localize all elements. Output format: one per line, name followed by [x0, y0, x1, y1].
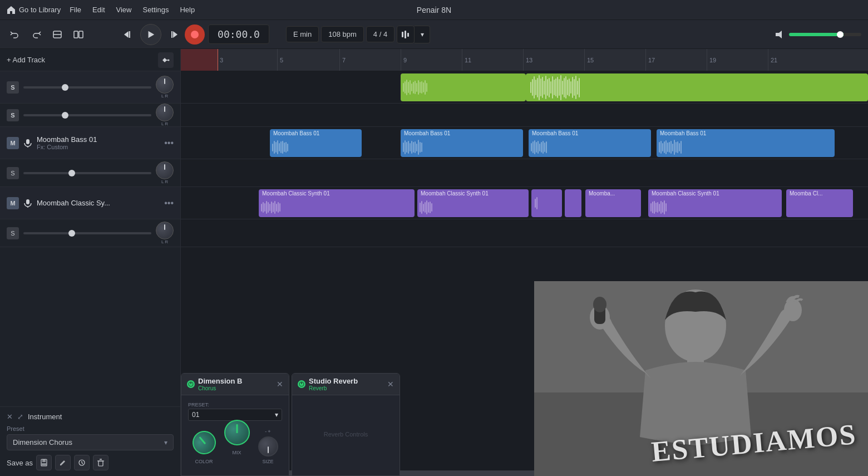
track-more-1[interactable]: ••• [164, 138, 174, 148]
wl [403, 83, 404, 92]
wl [532, 79, 533, 96]
clip-green-0[interactable] [401, 73, 526, 101]
instrument-close-icon[interactable]: ✕ [7, 413, 13, 421]
track-letter-m2[interactable]: M [7, 197, 19, 209]
preset-label: Preset [7, 425, 174, 432]
edit-button[interactable] [55, 455, 71, 470]
track-letter-s0[interactable]: S [7, 81, 19, 94]
color-knob[interactable] [188, 426, 220, 459]
clip-blue-1[interactable]: Moombah Bass 01 [401, 129, 523, 157]
clip-label-purple-4: Moomba... [585, 189, 641, 198]
skip-forward-button[interactable] [165, 26, 181, 43]
track-fader-letter-2[interactable]: S [7, 227, 19, 239]
power-icon [188, 381, 194, 387]
clip-green-1[interactable] [526, 73, 868, 101]
fader-1[interactable] [23, 172, 151, 174]
chord-button[interactable] [397, 26, 415, 43]
skip-back-button[interactable] [120, 26, 137, 43]
wl [275, 142, 277, 152]
svg-rect-3 [79, 31, 83, 38]
clip-blue-0[interactable]: Moombah Bass 01 [270, 129, 362, 157]
clip-purple-1[interactable]: Moombah Classic Synth 01 [417, 189, 529, 217]
menu-help[interactable]: Help [180, 6, 195, 14]
track-more-2[interactable]: ••• [164, 198, 174, 208]
wl [287, 144, 288, 151]
delete-button[interactable] [93, 455, 108, 470]
time-sig-display[interactable]: 4 / 4 [366, 26, 394, 42]
svg-rect-2 [74, 31, 78, 38]
wl [546, 141, 547, 153]
wl [677, 141, 678, 153]
svg-marker-12 [776, 31, 782, 38]
add-track-button[interactable]: + Add Track [7, 56, 45, 64]
fader-2[interactable] [23, 232, 151, 234]
wl [430, 202, 431, 213]
volume-slider[interactable] [789, 33, 861, 36]
sections-button[interactable] [70, 26, 87, 43]
wl [423, 82, 424, 92]
wl [421, 143, 422, 152]
wl [411, 141, 412, 154]
play-button[interactable] [140, 24, 161, 45]
clip-purple-3[interactable] [565, 189, 581, 217]
menu-file[interactable]: File [70, 6, 81, 14]
save-button[interactable] [36, 455, 52, 470]
wl [575, 76, 576, 100]
route-button[interactable] [158, 52, 174, 68]
dimension-b-power[interactable] [187, 380, 195, 388]
clip-blue-2[interactable]: Moombah Bass 01 [529, 129, 651, 157]
menu-edit[interactable]: Edit [92, 6, 105, 14]
wl [405, 140, 406, 154]
wl [664, 141, 665, 153]
clip-purple-6[interactable]: Moomba Cl... [786, 189, 853, 217]
clip-purple-0[interactable]: Moombah Classic Synth 01 [259, 189, 415, 217]
fader-knob-0[interactable] [156, 76, 174, 94]
key-display[interactable]: E min [286, 26, 319, 42]
undo-button[interactable] [7, 26, 23, 43]
redo-button[interactable] [28, 26, 45, 43]
wl [280, 141, 282, 153]
studio-reverb-power[interactable] [298, 380, 305, 388]
history-button[interactable] [74, 455, 90, 470]
record-button[interactable] [185, 24, 205, 45]
clip-blue-3[interactable]: Moombah Bass 01 [657, 129, 835, 157]
track-letter-m1[interactable]: M [7, 137, 19, 149]
go-to-library-btn[interactable]: Go to Library [7, 6, 61, 14]
wl [567, 80, 568, 95]
preset-dropdown[interactable]: Dimension Chorus ▾ [7, 434, 174, 450]
size-knob[interactable] [258, 436, 278, 457]
menu-items: File Edit View Settings Help [70, 6, 195, 14]
clip-purple-2[interactable] [531, 189, 562, 217]
size-knob-minmax: - + [265, 429, 270, 434]
clip-purple-4[interactable]: Moomba... [585, 189, 641, 217]
wl [279, 143, 280, 151]
track-fader-letter-1[interactable]: S [7, 167, 19, 179]
clip-purple-5[interactable]: Moombah Classic Synth 01 [648, 189, 782, 217]
studio-reverb-close[interactable]: ✕ [387, 380, 394, 389]
instrument-expand-icon[interactable]: ⤢ [17, 413, 23, 421]
delete-icon [97, 459, 105, 467]
menu-view[interactable]: View [116, 6, 132, 14]
waveform-green-0 [401, 73, 526, 101]
knob-lr-2: L R [156, 222, 174, 244]
track-name-area-2: Moombah Classic Sy... [37, 199, 160, 207]
fader-knob-2[interactable] [156, 222, 174, 239]
fader-slider-0[interactable] [23, 86, 151, 89]
mix-knob[interactable] [224, 420, 250, 445]
track-name-1: Moombah Bass 01 [37, 135, 160, 144]
loop-button[interactable] [49, 26, 66, 43]
dimension-b-name: Dimension B [198, 377, 273, 385]
track-fx-1: Fx: Custom [37, 144, 160, 150]
wl [426, 200, 427, 214]
track-sub-s0[interactable]: S [7, 109, 19, 121]
fader-slider-sub0[interactable] [23, 114, 151, 116]
fader-knob-1[interactable] [156, 161, 174, 179]
chord-dropdown-button[interactable]: ▾ [415, 26, 430, 43]
track-controls: + Add Track S L [0, 49, 181, 476]
dimension-b-close[interactable]: ✕ [277, 380, 283, 389]
fader-knob-sub0[interactable] [156, 104, 174, 121]
wl [534, 76, 535, 99]
bpm-display[interactable]: 108 bpm [321, 26, 364, 42]
menu-settings[interactable]: Settings [142, 6, 169, 14]
clip-label-purple-5: Moombah Classic Synth 01 [648, 189, 782, 198]
